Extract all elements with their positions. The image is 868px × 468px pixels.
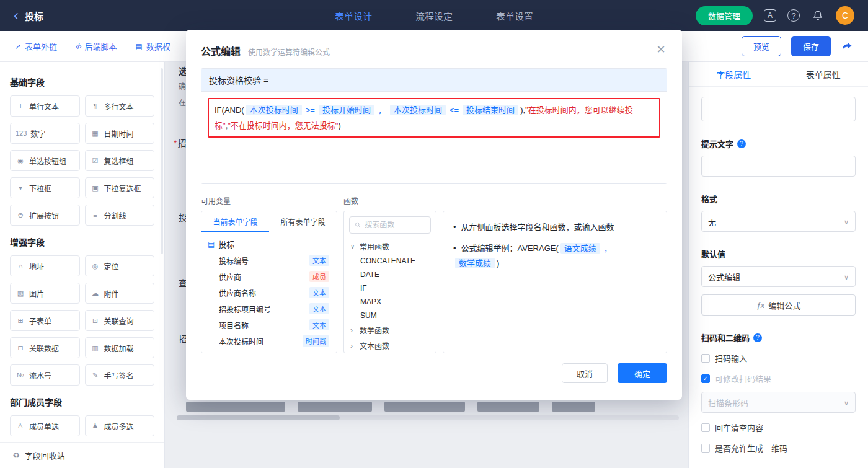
palette-item-checkbox-group[interactable]: ☑复选框组: [85, 150, 155, 171]
palette-item-subform[interactable]: ⊞子表单: [10, 310, 80, 331]
function-item-concatenate[interactable]: CONCATENATE: [344, 254, 436, 268]
dimmed-form-element: [298, 402, 372, 412]
edit-formula-button[interactable]: 编辑公式: [701, 294, 856, 316]
field-recycle-bin[interactable]: 字段回收站: [0, 442, 164, 468]
tab-all-form-fields[interactable]: 所有表单字段: [269, 211, 337, 232]
dropdown-icon: ▾: [16, 184, 25, 192]
tab-form-properties[interactable]: 表单属性: [779, 62, 868, 86]
function-group-common[interactable]: 常用函数: [344, 239, 436, 254]
topbar: 投标 表单设计 流程设定 表单设置 数据管理 C: [0, 0, 868, 31]
form-tree-node[interactable]: 投标: [202, 232, 337, 252]
tab-current-form-fields[interactable]: 当前表单字段: [202, 211, 269, 232]
function-group-math[interactable]: 数学函数: [344, 322, 436, 338]
palette-item-dropdown[interactable]: ▾下拉框: [10, 177, 80, 198]
data-manage-button[interactable]: 数据管理: [696, 6, 753, 25]
function-item-sum[interactable]: SUM: [344, 309, 436, 322]
variable-row[interactable]: 项目名称文本: [202, 317, 337, 333]
form-external-link[interactable]: 表单外链: [15, 40, 57, 52]
default-value-select[interactable]: 公式编辑: [701, 266, 856, 287]
palette-item-linked-data[interactable]: ⊟关联数据: [10, 337, 80, 358]
format-select[interactable]: 无: [701, 211, 856, 232]
variable-row[interactable]: 供应商名称文本: [202, 285, 337, 301]
palette-item-extend-button[interactable]: ⊜扩展按钮: [10, 205, 80, 226]
modal-panels: 当前表单字段 所有表单字段 投标 投标编号文本 供应商成员 供应商名称文本 招投…: [201, 211, 667, 353]
variable-row[interactable]: 投标编号文本: [202, 252, 337, 268]
palette-item-divider[interactable]: ≡分割线: [85, 205, 155, 226]
palette-item-image[interactable]: ▧图片: [10, 283, 80, 304]
tab-form-settings[interactable]: 表单设置: [496, 9, 533, 22]
cancel-button[interactable]: 取消: [562, 363, 608, 383]
palette-item-attachment[interactable]: ☁附件: [85, 283, 155, 304]
user-avatar[interactable]: C: [836, 6, 854, 25]
tab-form-design[interactable]: 表单设计: [335, 9, 372, 22]
formula-field-pill[interactable]: 本次投标时间: [390, 105, 446, 115]
function-search-input[interactable]: [365, 221, 425, 229]
horizontal-scrollbar-thumb[interactable]: [177, 415, 340, 420]
field-type-tag: 文本: [309, 319, 329, 330]
function-item-mapx[interactable]: MAPX: [344, 295, 436, 309]
palette-item-datetime[interactable]: ▦日期时间: [85, 123, 155, 144]
checkbox-editable-scan-result[interactable]: 可修改扫码结果: [701, 373, 856, 384]
palette-item-serial-number[interactable]: №流水号: [10, 364, 80, 386]
hint-help-icon[interactable]: [737, 139, 746, 148]
formula-box: 投标资格校验 = IF(AND(本次投标时间>=投标开始时间，本次投标时间<=投…: [201, 68, 667, 184]
checkbox-generate-qr[interactable]: 是否允许生成二维码: [701, 442, 856, 454]
field-title-input[interactable]: [701, 97, 856, 121]
function-group-text[interactable]: 文本函数: [344, 338, 436, 353]
variable-row[interactable]: 本次投标时间时间戳: [202, 333, 337, 349]
palette-item-number[interactable]: 123数字: [10, 123, 80, 144]
palette-item-signature[interactable]: ✎手写签名: [85, 364, 155, 386]
example-separator: ，: [604, 244, 612, 253]
script-icon: [76, 42, 81, 51]
formula-string: "不在投标时间内，您无法投标": [228, 121, 338, 130]
palette-item-label: 子表单: [29, 316, 51, 326]
function-item-if[interactable]: IF: [344, 281, 436, 295]
palette-item-label: 定位: [104, 261, 119, 272]
palette-item-member-multi[interactable]: ♟成员多选: [85, 415, 155, 436]
function-item-date[interactable]: DATE: [344, 268, 436, 281]
palette-item-label: 复选框组: [104, 156, 134, 166]
function-group-label: 数学函数: [360, 325, 389, 335]
palette-item-member-single[interactable]: ♙成员单选: [10, 415, 80, 436]
palette-item-radio-group[interactable]: ◉单选按钮组: [10, 150, 80, 171]
formula-editor-modal: 公式编辑 使用数学运算符编辑公式 投标资格校验 = IF(AND(本次投标时间>…: [186, 30, 682, 400]
palette-item-data-load[interactable]: ▥数据加载: [85, 337, 155, 358]
datetime-icon: ▦: [91, 130, 100, 138]
variable-row[interactable]: 招投标项目编号文本: [202, 301, 337, 317]
formula-field-pill[interactable]: 本次投标时间: [246, 105, 302, 115]
hint-text-input[interactable]: [701, 156, 856, 177]
close-icon[interactable]: [653, 42, 668, 57]
checkbox-enter-clear[interactable]: 回车清空内容: [701, 422, 856, 433]
backend-script-link[interactable]: 后端脚本: [76, 40, 117, 52]
save-button[interactable]: 保存: [791, 36, 831, 56]
palette-item-single-line-text[interactable]: T单行文本: [10, 95, 80, 117]
palette-item-multi-dropdown[interactable]: ▣下拉复选框: [85, 177, 155, 198]
confirm-button[interactable]: 确定: [618, 363, 667, 383]
translate-icon[interactable]: [764, 9, 776, 22]
preview-button[interactable]: 预览: [742, 36, 781, 56]
data-permission-link[interactable]: 数据权: [135, 40, 170, 52]
formula-editor-area[interactable]: IF(AND(本次投标时间>=投标开始时间，本次投标时间<=投标结束时间),"在…: [202, 92, 666, 183]
variable-row[interactable]: 供应商成员: [202, 268, 337, 285]
formula-field-pill[interactable]: 投标结束时间: [463, 105, 518, 115]
field-type-tag: 文本: [309, 303, 329, 314]
example-field-pill: 数学成绩: [455, 258, 495, 268]
help-tip: 从左侧面板选择字段名和函数，或输入函数: [453, 220, 657, 235]
multi-line-text-icon: ¶: [91, 102, 100, 110]
palette-item-address[interactable]: ⌂地址: [10, 255, 80, 276]
checkbox-scan-input[interactable]: 扫码输入: [701, 352, 856, 364]
palette-item-linked-query[interactable]: ⊡关联查询: [85, 310, 155, 331]
share-icon[interactable]: [841, 40, 853, 53]
palette-item-location[interactable]: ◎定位: [85, 255, 155, 276]
palette-scrollbar[interactable]: [161, 68, 163, 254]
palette-item-label: 地址: [29, 261, 44, 272]
qr-help-icon[interactable]: [753, 333, 762, 342]
search-icon: [355, 221, 361, 229]
tab-field-properties[interactable]: 字段属性: [689, 62, 779, 86]
tab-workflow[interactable]: 流程设定: [415, 9, 453, 22]
formula-field-pill[interactable]: 投标开始时间: [319, 105, 374, 115]
back-chevron-icon[interactable]: [14, 8, 19, 23]
palette-item-multi-line-text[interactable]: ¶多行文本: [85, 95, 155, 117]
help-icon[interactable]: [787, 9, 800, 22]
notification-bell-icon[interactable]: [811, 9, 825, 22]
